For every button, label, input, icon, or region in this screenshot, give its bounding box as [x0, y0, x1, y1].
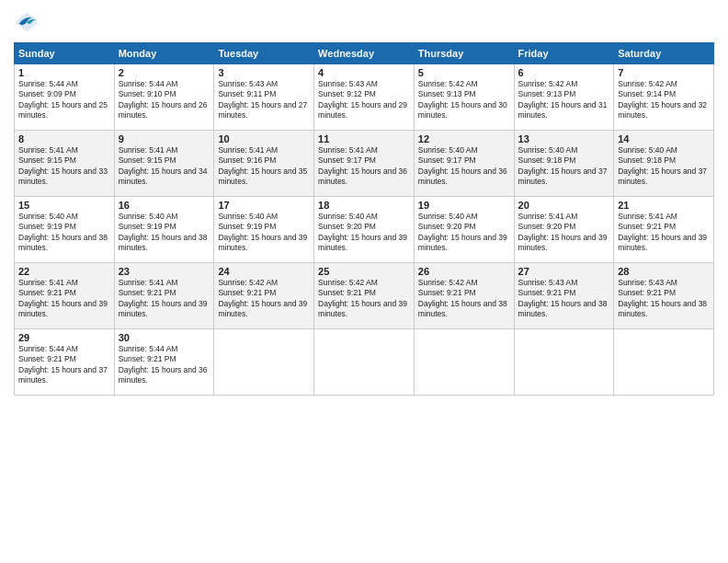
day-number: 23 — [119, 266, 210, 277]
day-info: Sunrise: 5:41 AMSunset: 9:17 PMDaylight:… — [318, 145, 407, 186]
day-number: 2 — [119, 67, 210, 78]
day-info: Sunrise: 5:42 AMSunset: 9:14 PMDaylight:… — [618, 79, 707, 120]
day-cell: 3Sunrise: 5:43 AMSunset: 9:11 PMDaylight… — [214, 64, 314, 131]
day-info: Sunrise: 5:44 AMSunset: 9:21 PMDaylight:… — [18, 344, 108, 385]
day-number: 3 — [218, 67, 310, 78]
day-cell: 12Sunrise: 5:40 AMSunset: 9:17 PMDayligh… — [414, 131, 514, 197]
day-cell — [614, 329, 714, 396]
day-cell: 26Sunrise: 5:42 AMSunset: 9:21 PMDayligh… — [414, 263, 514, 329]
day-cell: 30Sunrise: 5:44 AMSunset: 9:21 PMDayligh… — [114, 329, 214, 396]
day-cell: 7Sunrise: 5:42 AMSunset: 9:14 PMDaylight… — [614, 64, 714, 131]
day-number: 27 — [518, 266, 610, 277]
col-header-friday: Friday — [514, 43, 614, 64]
day-info: Sunrise: 5:43 AMSunset: 9:21 PMDaylight:… — [518, 278, 608, 318]
day-cell — [214, 329, 314, 396]
day-number: 4 — [318, 67, 410, 78]
day-number: 13 — [518, 133, 610, 144]
col-header-wednesday: Wednesday — [314, 43, 415, 64]
day-number: 26 — [418, 266, 510, 277]
day-info: Sunrise: 5:43 AMSunset: 9:12 PMDaylight:… — [318, 79, 407, 120]
day-cell: 5Sunrise: 5:42 AMSunset: 9:13 PMDaylight… — [414, 64, 514, 131]
day-info: Sunrise: 5:42 AMSunset: 9:21 PMDaylight:… — [418, 278, 507, 318]
day-info: Sunrise: 5:40 AMSunset: 9:20 PMDaylight:… — [418, 212, 507, 252]
page: SundayMondayTuesdayWednesdayThursdayFrid… — [0, 0, 728, 563]
col-header-tuesday: Tuesday — [214, 43, 314, 64]
day-cell: 21Sunrise: 5:41 AMSunset: 9:21 PMDayligh… — [614, 197, 714, 263]
day-info: Sunrise: 5:40 AMSunset: 9:17 PMDaylight:… — [418, 145, 507, 186]
day-cell: 11Sunrise: 5:41 AMSunset: 9:17 PMDayligh… — [314, 131, 415, 197]
logo-icon — [14, 9, 40, 35]
day-number: 28 — [618, 266, 710, 277]
day-cell: 20Sunrise: 5:41 AMSunset: 9:20 PMDayligh… — [514, 197, 614, 263]
day-number: 9 — [119, 133, 210, 144]
day-info: Sunrise: 5:40 AMSunset: 9:18 PMDaylight:… — [618, 145, 707, 186]
day-info: Sunrise: 5:42 AMSunset: 9:13 PMDaylight:… — [418, 79, 507, 120]
day-info: Sunrise: 5:42 AMSunset: 9:21 PMDaylight:… — [318, 278, 407, 318]
header-row: SundayMondayTuesdayWednesdayThursdayFrid… — [15, 43, 714, 64]
day-number: 1 — [18, 67, 110, 78]
day-cell: 24Sunrise: 5:42 AMSunset: 9:21 PMDayligh… — [214, 263, 314, 329]
day-info: Sunrise: 5:41 AMSunset: 9:21 PMDaylight:… — [119, 278, 208, 318]
day-number: 25 — [318, 266, 410, 277]
day-number: 20 — [518, 200, 610, 211]
day-number: 11 — [318, 133, 410, 144]
day-cell — [414, 329, 514, 396]
day-info: Sunrise: 5:40 AMSunset: 9:19 PMDaylight:… — [218, 212, 307, 252]
day-info: Sunrise: 5:44 AMSunset: 9:10 PMDaylight:… — [119, 79, 208, 120]
day-info: Sunrise: 5:40 AMSunset: 9:20 PMDaylight:… — [318, 212, 407, 252]
week-row-2: 8Sunrise: 5:41 AMSunset: 9:15 PMDaylight… — [15, 131, 714, 197]
day-info: Sunrise: 5:41 AMSunset: 9:15 PMDaylight:… — [18, 145, 108, 186]
day-number: 19 — [418, 200, 510, 211]
day-info: Sunrise: 5:40 AMSunset: 9:19 PMDaylight:… — [119, 212, 208, 252]
day-info: Sunrise: 5:43 AMSunset: 9:11 PMDaylight:… — [218, 79, 307, 120]
col-header-saturday: Saturday — [614, 43, 714, 64]
week-row-4: 22Sunrise: 5:41 AMSunset: 9:21 PMDayligh… — [15, 263, 714, 329]
day-number: 12 — [418, 133, 510, 144]
week-row-1: 1Sunrise: 5:44 AMSunset: 9:09 PMDaylight… — [15, 64, 714, 131]
day-number: 14 — [618, 133, 710, 144]
col-header-sunday: Sunday — [15, 43, 115, 64]
day-cell: 9Sunrise: 5:41 AMSunset: 9:15 PMDaylight… — [114, 131, 214, 197]
day-info: Sunrise: 5:40 AMSunset: 9:19 PMDaylight:… — [18, 212, 108, 252]
day-cell: 16Sunrise: 5:40 AMSunset: 9:19 PMDayligh… — [114, 197, 214, 263]
day-info: Sunrise: 5:43 AMSunset: 9:21 PMDaylight:… — [618, 278, 707, 318]
day-cell: 27Sunrise: 5:43 AMSunset: 9:21 PMDayligh… — [514, 263, 614, 329]
day-cell: 2Sunrise: 5:44 AMSunset: 9:10 PMDaylight… — [114, 64, 214, 131]
day-number: 16 — [119, 200, 210, 211]
day-number: 18 — [318, 200, 410, 211]
day-number: 7 — [618, 67, 710, 78]
week-row-3: 15Sunrise: 5:40 AMSunset: 9:19 PMDayligh… — [15, 197, 714, 263]
day-info: Sunrise: 5:41 AMSunset: 9:21 PMDaylight:… — [18, 278, 108, 318]
col-header-thursday: Thursday — [414, 43, 514, 64]
day-info: Sunrise: 5:41 AMSunset: 9:20 PMDaylight:… — [518, 212, 608, 252]
day-cell: 8Sunrise: 5:41 AMSunset: 9:15 PMDaylight… — [15, 131, 115, 197]
day-number: 24 — [218, 266, 310, 277]
day-info: Sunrise: 5:41 AMSunset: 9:15 PMDaylight:… — [119, 145, 208, 186]
day-cell: 13Sunrise: 5:40 AMSunset: 9:18 PMDayligh… — [514, 131, 614, 197]
day-number: 17 — [218, 200, 310, 211]
col-header-monday: Monday — [114, 43, 214, 64]
day-info: Sunrise: 5:41 AMSunset: 9:16 PMDaylight:… — [218, 145, 307, 186]
day-info: Sunrise: 5:42 AMSunset: 9:13 PMDaylight:… — [518, 79, 608, 120]
week-row-5: 29Sunrise: 5:44 AMSunset: 9:21 PMDayligh… — [15, 329, 714, 396]
day-cell — [314, 329, 415, 396]
header — [14, 9, 714, 35]
day-info: Sunrise: 5:44 AMSunset: 9:21 PMDaylight:… — [119, 344, 208, 385]
day-cell: 29Sunrise: 5:44 AMSunset: 9:21 PMDayligh… — [15, 329, 115, 396]
day-cell: 18Sunrise: 5:40 AMSunset: 9:20 PMDayligh… — [314, 197, 415, 263]
day-number: 22 — [18, 266, 110, 277]
day-cell: 22Sunrise: 5:41 AMSunset: 9:21 PMDayligh… — [15, 263, 115, 329]
day-number: 8 — [18, 133, 110, 144]
day-cell: 14Sunrise: 5:40 AMSunset: 9:18 PMDayligh… — [614, 131, 714, 197]
day-cell — [514, 329, 614, 396]
day-cell: 17Sunrise: 5:40 AMSunset: 9:19 PMDayligh… — [214, 197, 314, 263]
day-number: 30 — [119, 332, 210, 343]
day-number: 6 — [518, 67, 610, 78]
logo — [14, 9, 43, 35]
day-cell: 19Sunrise: 5:40 AMSunset: 9:20 PMDayligh… — [414, 197, 514, 263]
day-cell: 15Sunrise: 5:40 AMSunset: 9:19 PMDayligh… — [15, 197, 115, 263]
day-cell: 28Sunrise: 5:43 AMSunset: 9:21 PMDayligh… — [614, 263, 714, 329]
day-info: Sunrise: 5:42 AMSunset: 9:21 PMDaylight:… — [218, 278, 307, 318]
day-number: 10 — [218, 133, 310, 144]
day-cell: 1Sunrise: 5:44 AMSunset: 9:09 PMDaylight… — [15, 64, 115, 131]
